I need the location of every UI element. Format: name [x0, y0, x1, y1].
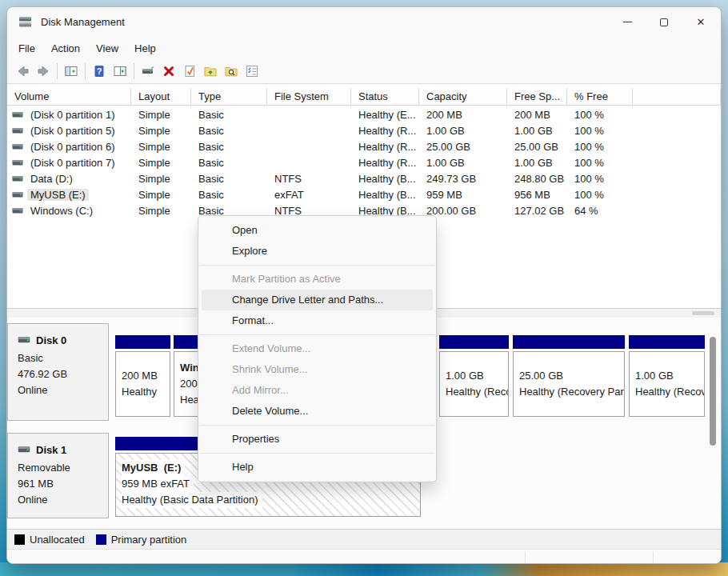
- context-menu-item-shrink-volume: Shrink Volume...: [202, 359, 433, 380]
- minimize-icon[interactable]: [609, 7, 646, 37]
- toolbar-folder-search-icon[interactable]: [221, 62, 242, 81]
- cell-status: Healthy (B...: [351, 189, 419, 201]
- splitter-handle-icon: [692, 311, 714, 315]
- toolbar-check-document-icon[interactable]: [179, 62, 200, 81]
- toolbar-forward-icon[interactable]: [33, 62, 54, 81]
- cell-free_space: 200 MB: [507, 109, 567, 121]
- column-header-volume[interactable]: Volume: [7, 88, 131, 106]
- disk-panel-disk-1[interactable]: Disk 1Removable961 MBOnline: [7, 433, 109, 518]
- toolbar-device-icon[interactable]: [138, 62, 158, 81]
- toolbar-back-icon[interactable]: [12, 62, 33, 81]
- menubar-item-file[interactable]: File: [10, 40, 43, 57]
- partition-disk-0-p4[interactable]: 1.00 GBHealthy (Recovery Partition): [439, 335, 509, 417]
- volume-cell: (Disk 0 partition 5): [7, 125, 131, 137]
- toolbar-delete-icon[interactable]: [158, 62, 179, 81]
- context-menu-item-format[interactable]: Format...: [202, 310, 433, 331]
- disk-icon: [18, 333, 30, 347]
- column-header-layout[interactable]: Layout: [131, 88, 191, 106]
- cell-status: Healthy (R...: [351, 125, 419, 137]
- window-title: Disk Management: [41, 16, 125, 28]
- partition-line: 25.00 GB: [519, 368, 624, 384]
- disk-name-line: Disk 0: [18, 333, 108, 347]
- column-header-blank[interactable]: [633, 88, 721, 106]
- toolbar: ?: [12, 58, 262, 83]
- maximize-icon[interactable]: [646, 7, 682, 37]
- context-menu-item-change-drive-letter-and-paths[interactable]: Change Drive Letter and Paths...: [202, 290, 433, 310]
- column-header-free[interactable]: % Free: [567, 88, 633, 106]
- volume-drive-icon: [12, 109, 23, 121]
- disk-management-app-icon: [18, 16, 32, 28]
- cell-pct_free: 100 %: [567, 125, 633, 137]
- disk-info-line: 961 MB: [18, 476, 108, 492]
- cell-free_space: 956 MB: [507, 189, 567, 201]
- cell-layout: Simple: [131, 125, 191, 137]
- toolbar-help-icon[interactable]: ?: [89, 62, 110, 81]
- table-row-disk-0-partition-7[interactable]: (Disk 0 partition 7)SimpleBasicHealthy (…: [7, 154, 721, 170]
- partition-disk-0-p1[interactable]: 200 MBHealthy: [115, 335, 170, 417]
- partition-type-bar: [439, 335, 509, 349]
- close-icon[interactable]: ✕: [682, 7, 719, 37]
- status-separator: [525, 551, 526, 563]
- context-menu-item-explore[interactable]: Explore: [202, 241, 433, 262]
- title-bar[interactable]: Disk Management ✕: [7, 7, 721, 37]
- menu-bar: FileActionViewHelp: [10, 38, 164, 58]
- table-row-disk-0-partition-6[interactable]: (Disk 0 partition 6)SimpleBasicHealthy (…: [7, 138, 721, 154]
- partition-body: 1.00 GBHealthy (Recovery Partition): [439, 351, 509, 417]
- table-row-disk-0-partition-5[interactable]: (Disk 0 partition 5)SimpleBasicHealthy (…: [7, 122, 721, 138]
- column-header-status[interactable]: Status: [351, 88, 419, 106]
- context-menu-item-delete-volume[interactable]: Delete Volume...: [202, 401, 433, 422]
- partition-line: 200 MB: [122, 368, 170, 384]
- disk-panel-disk-0[interactable]: Disk 0Basic476.92 GBOnline: [7, 323, 109, 421]
- toolbar-action-pane-icon[interactable]: [110, 62, 130, 81]
- column-header-free-sp[interactable]: Free Sp...: [507, 88, 567, 106]
- partition-line: Healthy (Recovery Partition): [635, 384, 704, 400]
- toolbar-folder-up-icon[interactable]: [200, 62, 221, 81]
- column-header-capacity[interactable]: Capacity: [419, 88, 507, 106]
- partition-body: 1.00 GBHealthy (Recovery Partition): [629, 351, 705, 417]
- cell-layout: Simple: [131, 189, 191, 201]
- legend-label: Unallocated: [30, 534, 85, 546]
- partition-disk-0-p6[interactable]: 1.00 GBHealthy (Recovery Partition): [629, 335, 705, 417]
- legend-swatch-icon: [96, 534, 106, 545]
- column-header-type[interactable]: Type: [191, 88, 267, 106]
- disk-icon: [18, 442, 30, 457]
- column-header-file-system[interactable]: File System: [267, 88, 351, 106]
- volume-drive-icon: [12, 189, 23, 201]
- table-row-myusb-e[interactable]: MyUSB (E:)SimpleBasicexFATHealthy (B...9…: [7, 186, 721, 202]
- toolbar-separator: [57, 63, 58, 79]
- cell-pct_free: 64 %: [567, 205, 633, 217]
- context-menu-item-properties[interactable]: Properties: [202, 429, 433, 450]
- status-separator: [653, 551, 654, 563]
- context-menu-item-add-mirror: Add Mirror...: [202, 380, 433, 401]
- volume-drive-icon: [12, 173, 23, 185]
- partition-type-bar: [513, 335, 625, 349]
- cell-file_system: NTFS: [267, 173, 351, 185]
- disk-info-line: Online: [18, 382, 108, 398]
- volume-label: Windows (C:): [27, 205, 96, 217]
- menubar-item-view[interactable]: View: [88, 40, 126, 57]
- menubar-item-action[interactable]: Action: [43, 40, 88, 57]
- partition-line: 1.00 GB: [635, 368, 704, 384]
- cell-layout: Simple: [131, 109, 191, 121]
- context-menu-item-help[interactable]: Help: [202, 457, 433, 478]
- table-row-disk-0-partition-1[interactable]: (Disk 0 partition 1)SimpleBasicHealthy (…: [7, 106, 721, 122]
- disk-info-line: Online: [18, 492, 108, 508]
- toolbar-console-tree-icon[interactable]: [61, 62, 82, 81]
- partition-type-bar: [629, 335, 705, 349]
- context-menu-item-open[interactable]: Open: [202, 220, 433, 241]
- cell-file_system: exFAT: [267, 189, 351, 201]
- table-row-data-d[interactable]: Data (D:)SimpleBasicNTFSHealthy (B...249…: [7, 170, 721, 186]
- desktop-wallpaper-bottom: [0, 562, 728, 576]
- partition-line: 1.00 GB: [446, 368, 508, 384]
- disk-name: Disk 1: [36, 444, 66, 456]
- cell-pct_free: 100 %: [567, 109, 633, 121]
- cell-capacity: 249.73 GB: [419, 173, 507, 185]
- volume-drive-icon: [12, 205, 23, 217]
- partition-name: MyUSB (E:): [122, 460, 185, 476]
- partition-disk-0-p5[interactable]: 25.00 GBHealthy (Recovery Partition): [513, 335, 625, 417]
- toolbar-properties-icon[interactable]: [242, 62, 262, 81]
- menubar-item-help[interactable]: Help: [126, 40, 164, 57]
- partition-type-bar: [115, 335, 170, 349]
- volume-label: (Disk 0 partition 6): [27, 141, 118, 153]
- cell-type: Basic: [191, 157, 267, 169]
